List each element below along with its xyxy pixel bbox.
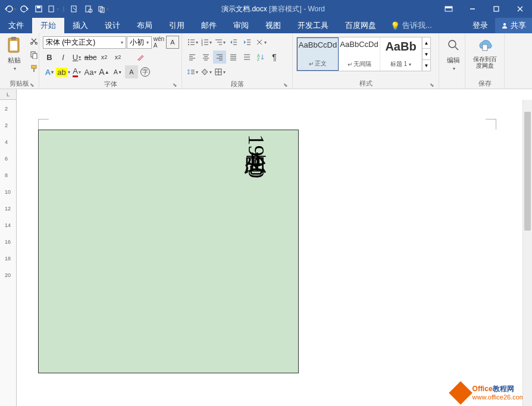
- italic-button[interactable]: I: [57, 51, 70, 64]
- cut-button[interactable]: [27, 34, 40, 48]
- strikethrough-button[interactable]: abc: [84, 51, 97, 64]
- save-baidu-button[interactable]: 保存到百度网盘: [468, 34, 502, 70]
- group-clipboard: 粘贴 ▾ 剪贴板⬊: [0, 33, 39, 89]
- gallery-up[interactable]: ▲: [423, 37, 430, 49]
- group-font: 宋体 (中文正文)▾ 小初▾ wénA A B I U▾ abc x2 x2 A…: [39, 33, 182, 89]
- clipboard-launcher[interactable]: ⬊: [29, 82, 35, 88]
- font-color-button[interactable]: A▾: [70, 65, 83, 78]
- align-left-button[interactable]: [186, 51, 199, 64]
- distributed-button[interactable]: [240, 51, 254, 64]
- page-corner-tr: [486, 119, 496, 130]
- line-spacing-button[interactable]: ▾: [186, 65, 199, 78]
- text-effects-button[interactable]: A▾: [43, 65, 56, 78]
- cloud-save-icon: [475, 36, 495, 55]
- style-no-spacing[interactable]: AaBbCcDd ↵无间隔: [339, 37, 380, 71]
- ruler-corner[interactable]: L: [0, 89, 17, 100]
- svg-rect-3: [71, 6, 76, 12]
- maximize-button[interactable]: [484, 0, 508, 18]
- show-marks-button[interactable]: ¶: [268, 51, 281, 64]
- underline-button[interactable]: U▾: [70, 51, 83, 64]
- magnifier-icon: [444, 36, 463, 55]
- char-shading-button[interactable]: A: [125, 65, 138, 78]
- subscript-button[interactable]: x2: [98, 51, 111, 64]
- paste-button[interactable]: 粘贴 ▾: [2, 34, 26, 73]
- highlight-button[interactable]: ab▾: [57, 65, 70, 78]
- redo-button[interactable]: [18, 2, 31, 15]
- svg-rect-20: [32, 65, 36, 68]
- font-size-combo[interactable]: 小初▾: [127, 36, 152, 49]
- font-name-combo[interactable]: 宋体 (中文正文)▾: [43, 36, 126, 49]
- save-button[interactable]: [32, 2, 45, 15]
- ribbon: 粘贴 ▾ 剪贴板⬊ 宋体 (中文正文)▾ 小初▾ wénA A B I U▾: [0, 33, 532, 89]
- vertical-ruler[interactable]: 22468101214161820: [0, 100, 17, 406]
- qat-action-4[interactable]: ▾: [96, 2, 109, 15]
- tab-review[interactable]: 审阅: [225, 18, 257, 33]
- align-justify-button[interactable]: [227, 51, 240, 64]
- undo-button[interactable]: ▾: [4, 2, 17, 15]
- document-canvas[interactable]: 恋曲1990 Office教程网 www.office26.com: [17, 100, 532, 406]
- close-button[interactable]: [508, 0, 532, 18]
- paragraph-launcher[interactable]: ⬊: [283, 82, 289, 88]
- tab-references[interactable]: 引用: [161, 18, 193, 33]
- document-text[interactable]: 恋曲1990: [244, 134, 267, 178]
- numbering-button[interactable]: 123▾: [199, 36, 212, 49]
- decrease-indent-button[interactable]: [227, 36, 240, 49]
- format-painter-button[interactable]: [27, 62, 40, 75]
- asian-layout-button[interactable]: ▾: [254, 36, 267, 49]
- bold-button[interactable]: B: [43, 51, 56, 64]
- qat-action-2[interactable]: [68, 2, 81, 15]
- styles-launcher[interactable]: ⬊: [429, 82, 435, 88]
- tab-layout[interactable]: 布局: [129, 18, 161, 33]
- clear-formatting-button[interactable]: [134, 51, 147, 64]
- bullets-button[interactable]: ▾: [186, 36, 199, 49]
- gallery-down[interactable]: ▼: [423, 49, 430, 60]
- group-baidu-save: 保存到百度网盘 保存: [465, 33, 505, 89]
- tab-developer[interactable]: 开发工具: [289, 18, 337, 33]
- style-heading-1[interactable]: AaBb 标题 1▾: [380, 37, 422, 71]
- editing-label: 编辑: [447, 56, 460, 65]
- borders-button[interactable]: ▾: [213, 65, 226, 78]
- svg-rect-21: [33, 68, 35, 72]
- tab-home[interactable]: 开始: [32, 18, 64, 33]
- font-launcher[interactable]: ⬊: [172, 82, 178, 88]
- sort-button[interactable]: AZ: [254, 51, 267, 64]
- tell-me-search[interactable]: 💡 告诉我...: [384, 18, 438, 33]
- login-button[interactable]: 登录: [465, 18, 495, 33]
- tab-baidu[interactable]: 百度网盘: [337, 18, 384, 33]
- phonetic-guide-button[interactable]: wénA: [152, 36, 165, 49]
- shading-button[interactable]: ▾: [199, 65, 212, 78]
- align-right-button[interactable]: [213, 51, 226, 64]
- tab-view[interactable]: 视图: [257, 18, 289, 33]
- find-button[interactable]: 编辑 ▾: [442, 34, 465, 73]
- vertical-scrollbar[interactable]: [522, 100, 532, 406]
- gallery-more[interactable]: ▼: [423, 60, 430, 71]
- qat-action-3[interactable]: [82, 2, 95, 15]
- grow-font-button[interactable]: A▲: [98, 65, 111, 78]
- enclose-char-button[interactable]: 字: [139, 65, 152, 78]
- style-preview: AaBbCcDd: [299, 40, 337, 49]
- tab-mailings[interactable]: 邮件: [193, 18, 225, 33]
- app-name: Word: [308, 5, 324, 13]
- lightbulb-icon: 💡: [390, 21, 400, 30]
- share-label: 共享: [511, 20, 526, 31]
- shrink-font-button[interactable]: A▼: [111, 65, 124, 78]
- scroll-thumb[interactable]: [524, 112, 531, 231]
- style-preview: AaBbCcDd: [340, 40, 378, 49]
- ribbon-display-button[interactable]: [437, 0, 461, 18]
- copy-button[interactable]: [27, 48, 40, 61]
- tab-insert[interactable]: 插入: [64, 18, 96, 33]
- minimize-button[interactable]: [461, 0, 484, 18]
- share-button[interactable]: 共享: [495, 18, 532, 33]
- char-border-button[interactable]: A: [166, 36, 179, 49]
- tab-file[interactable]: 文件: [0, 18, 32, 33]
- qat-action-1[interactable]: ▾: [46, 2, 60, 15]
- svg-point-22: [188, 39, 189, 40]
- multilevel-list-button[interactable]: ▾: [213, 36, 226, 49]
- style-normal[interactable]: AaBbCcDd ↵正文: [297, 37, 339, 71]
- doc-name: 演示文档.docx: [221, 5, 267, 13]
- change-case-button[interactable]: Aa▾: [84, 65, 97, 78]
- increase-indent-button[interactable]: [240, 36, 254, 49]
- tab-design[interactable]: 设计: [96, 18, 129, 33]
- align-center-button[interactable]: [199, 51, 212, 64]
- superscript-button[interactable]: x2: [111, 51, 124, 64]
